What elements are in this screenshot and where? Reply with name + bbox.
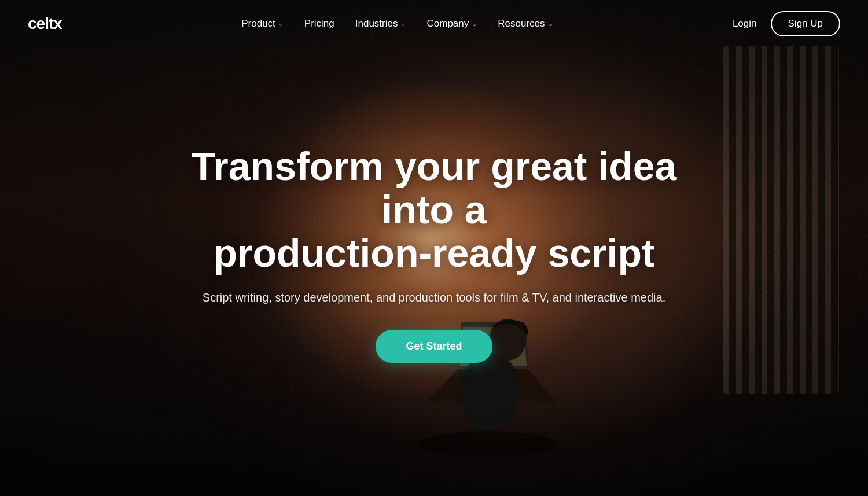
hero-subtitle: Script writing, story development, and p… (191, 291, 677, 304)
hero-stripes-decoration (723, 46, 839, 394)
nav-item-resources[interactable]: Resources ⌄ (498, 18, 553, 30)
hero-title: Transform your great idea into a product… (191, 145, 677, 274)
get-started-button[interactable]: Get Started (376, 330, 492, 363)
chevron-down-icon: ⌄ (548, 20, 553, 28)
brand-logo[interactable]: celtx (28, 14, 62, 33)
chevron-down-icon: ⌄ (278, 20, 284, 28)
nav-actions: Login Sign Up (733, 11, 840, 36)
main-navigation: celtx Product ⌄ Pricing Industries ⌄ (0, 0, 868, 47)
hero-section: Transform your great idea into a product… (0, 0, 868, 496)
chevron-down-icon: ⌄ (472, 20, 477, 28)
nav-item-company[interactable]: Company ⌄ (426, 18, 477, 30)
nav-item-industries[interactable]: Industries ⌄ (355, 18, 406, 30)
nav-item-product[interactable]: Product ⌄ (241, 18, 284, 30)
chevron-down-icon: ⌄ (400, 20, 406, 28)
login-link[interactable]: Login (733, 18, 757, 30)
hero-content: Transform your great idea into a product… (168, 145, 700, 362)
svg-point-3 (442, 403, 463, 413)
nav-links: Product ⌄ Pricing Industries ⌄ Company ⌄ (241, 18, 553, 30)
svg-point-0 (418, 431, 557, 457)
svg-point-4 (513, 399, 534, 408)
signup-button[interactable]: Sign Up (771, 11, 840, 36)
nav-item-pricing[interactable]: Pricing (304, 18, 334, 30)
